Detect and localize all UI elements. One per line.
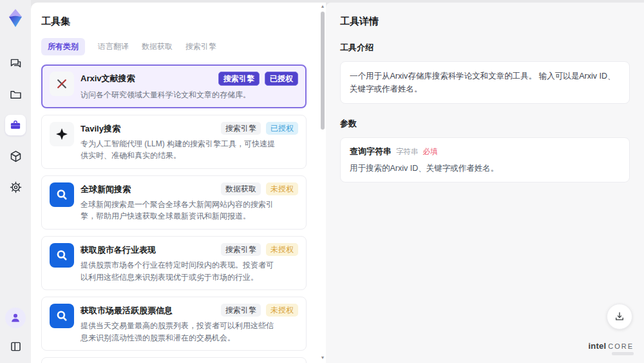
param-required-badge: 必填: [423, 147, 438, 157]
intel-core-logo: intel core: [588, 341, 634, 355]
tool-card[interactable]: Tavily搜索 搜索引擎 已授权 专为人工智能代理 (LLM) 构建的搜索引擎…: [41, 115, 307, 169]
page-title: 工具集: [41, 15, 316, 28]
tool-scroll-area: Arxiv文献搜索 搜索引擎 已授权 访问各个研究领域大量科学论文和文章的存储库…: [41, 64, 316, 363]
intro-text: 一个用于从Arxiv存储库搜索科学论文和文章的工具。 输入可以是Arxiv ID…: [350, 70, 620, 95]
app-logo-icon[interactable]: [5, 5, 26, 31]
brand-intel-text: intel: [588, 341, 606, 351]
download-button[interactable]: [607, 304, 632, 329]
user-profile-icon[interactable]: [5, 308, 26, 328]
tool-detail-pane: 工具详情 工具介绍 一个用于从Arxiv存储库搜索科学论文和文章的工具。 输入可…: [326, 3, 644, 363]
tool-category-badge: 搜索引擎: [221, 243, 261, 256]
param-item: 查询字符串 字符串 必填 用于搜索的Arxiv ID、关键字或作者姓名。: [350, 146, 620, 174]
tool-category-badge: 搜索引擎: [221, 304, 261, 317]
category-tab-1[interactable]: 语言翻译: [98, 38, 129, 55]
brand-core-text: core: [608, 342, 634, 350]
tool-name: Arxiv文献搜索: [80, 72, 218, 84]
tool-name: Tavily搜索: [80, 122, 221, 135]
tool-list-pane: 工具集 所有类别语言翻译数据获取搜索引擎 Arxiv文献搜索 搜索引擎 已授权 …: [31, 3, 326, 363]
detail-title: 工具详情: [340, 15, 630, 28]
app-window: 工具集 所有类别语言翻译数据获取搜索引擎 Arxiv文献搜索 搜索引擎 已授权 …: [0, 0, 644, 363]
tavily-icon: [50, 122, 74, 146]
params-card: 查询字符串 字符串 必填 用于搜索的Arxiv ID、关键字或作者姓名。: [340, 137, 630, 182]
category-tab-0[interactable]: 所有类别: [41, 38, 85, 55]
tool-category-badge: 搜索引擎: [221, 122, 261, 135]
chat-icon[interactable]: [5, 53, 26, 74]
search-blue-icon: [50, 182, 74, 207]
tool-name: 全球新闻搜索: [80, 182, 221, 195]
param-name: 查询字符串: [350, 146, 392, 157]
scrollbar-thumb[interactable]: [321, 12, 325, 130]
param-description: 用于搜索的Arxiv ID、关键字或作者姓名。: [350, 163, 620, 174]
brand-subtext: [612, 352, 634, 355]
tool-list: Arxiv文献搜索 搜索引擎 已授权 访问各个研究领域大量科学论文和文章的存储库…: [41, 64, 307, 363]
tool-card[interactable]: 万维地区新闻查询 搜索引擎 未授权 查询具体行政区划内的新闻，快速了解各地新闻动: [41, 357, 307, 363]
tool-status-badge: 已授权: [265, 72, 298, 86]
search-blue-icon: [50, 243, 74, 268]
tool-description: 提供股票市场各个行业在特定时间段内的表现。投资者可以利用这些信息来识别表现优于或…: [80, 259, 298, 283]
tool-description: 提供当天交易量最高的股票列表，投资者可以利用这些信息来识别流动性强的股票和潜在的…: [80, 320, 298, 344]
category-tab-2[interactable]: 数据获取: [142, 38, 173, 55]
main-area: 工具集 所有类别语言翻译数据获取搜索引擎 Arxiv文献搜索 搜索引擎 已授权 …: [31, 3, 644, 363]
cube-icon[interactable]: [5, 146, 26, 166]
intro-heading: 工具介绍: [340, 42, 630, 54]
toolbox-icon[interactable]: [5, 115, 26, 135]
intro-card: 一个用于从Arxiv存储库搜索科学论文和文章的工具。 输入可以是Arxiv ID…: [340, 61, 630, 104]
tool-status-badge: 未授权: [266, 243, 298, 256]
param-list: 查询字符串 字符串 必填 用于搜索的Arxiv ID、关键字或作者姓名。: [350, 146, 620, 174]
arxiv-icon: [50, 72, 74, 96]
settings-gear-icon[interactable]: [5, 177, 26, 197]
tool-category-badge: 数据获取: [221, 182, 261, 195]
tool-card[interactable]: 获取股市各行业表现 搜索引擎 未授权 提供股票市场各个行业在特定时间段内的表现。…: [41, 236, 307, 290]
panel-toggle-icon[interactable]: [5, 336, 26, 357]
tool-card[interactable]: Arxiv文献搜索 搜索引擎 已授权 访问各个研究领域大量科学论文和文章的存储库…: [41, 64, 307, 108]
tool-status-badge: 已授权: [266, 122, 298, 135]
category-tabs: 所有类别语言翻译数据获取搜索引擎: [41, 38, 316, 55]
category-tab-3[interactable]: 搜索引擎: [185, 38, 216, 55]
tool-card[interactable]: 获取市场最活跃股票信息 搜索引擎 未授权 提供当天交易量最高的股票列表，投资者可…: [41, 297, 307, 351]
tool-status-badge: 未授权: [266, 182, 298, 195]
tool-description: 专为人工智能代理 (LLM) 构建的搜索引擎工具，可快速提供实时、准确和真实的结…: [80, 138, 298, 162]
params-heading: 参数: [340, 118, 630, 130]
scroll-up-arrow[interactable]: ▲: [320, 4, 325, 9]
search-blue-icon: [50, 304, 74, 328]
rail-nav: [5, 53, 26, 197]
tool-name: 获取市场最活跃股票信息: [80, 304, 221, 317]
folder-icon[interactable]: [5, 84, 26, 104]
left-rail: [0, 0, 31, 363]
rail-bottom: [5, 308, 26, 357]
tool-name: 获取股市各行业表现: [80, 243, 221, 256]
tool-status-badge: 未授权: [266, 304, 298, 317]
tool-description: 全球新闻搜索是一个聚合全球各大新闻网站内容的搜索引擎，帮助用户快速获取全球最新资…: [80, 199, 298, 222]
param-type: 字符串: [396, 147, 419, 157]
scroll-down-arrow[interactable]: ▼: [320, 355, 325, 360]
tool-category-badge: 搜索引擎: [218, 72, 260, 86]
tool-card[interactable]: 全球新闻搜索 数据获取 未授权 全球新闻搜索是一个聚合全球各大新闻网站内容的搜索…: [41, 175, 307, 230]
tool-description: 访问各个研究领域大量科学论文和文章的存储库。: [80, 89, 298, 101]
scrollbar[interactable]: ▲ ▼: [319, 3, 326, 362]
